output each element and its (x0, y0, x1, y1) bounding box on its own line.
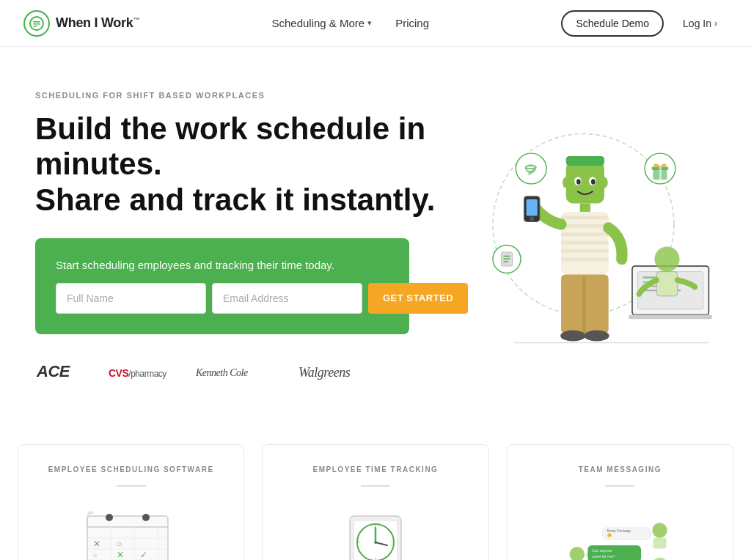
svg-point-21 (576, 179, 581, 185)
nav-pricing[interactable]: Pricing (395, 17, 429, 29)
svg-point-86 (570, 547, 585, 560)
svg-text:✕: ✕ (93, 539, 100, 549)
svg-point-22 (591, 179, 596, 185)
svg-rect-32 (561, 258, 609, 262)
hero-svg (437, 99, 716, 377)
nav-links: Scheduling & More ▾ Pricing (271, 17, 429, 29)
svg-point-23 (563, 177, 570, 188)
feature-divider (117, 485, 146, 487)
svg-text:Can anyone: Can anyone (592, 548, 612, 553)
svg-text:Walgreens: Walgreens (298, 365, 351, 380)
kenneth-cole-logo: Kenneth Cole (196, 361, 269, 385)
feature-card-time-tracking: EMPLOYEE TIME TRACKING (262, 444, 488, 560)
svg-rect-17 (566, 161, 604, 203)
svg-rect-31 (561, 249, 609, 253)
hero-cta-text: Start scheduling employees and tracking … (56, 259, 389, 271)
feature-card-messaging: TEAM MESSAGING Can anyone cover for me? (507, 444, 733, 560)
svg-rect-2 (33, 23, 40, 25)
cvs-logo: CVS/pharmacy (109, 367, 166, 379)
svg-rect-27 (561, 216, 609, 220)
feature-divider-3 (605, 485, 634, 487)
chat-icon: Can anyone cover for me? Sorry I'm busy … (561, 501, 678, 560)
svg-rect-50 (503, 258, 510, 259)
nav-scheduling[interactable]: Scheduling & More ▾ (271, 17, 372, 29)
time-tracking-icon-area (280, 501, 470, 560)
svg-rect-25 (580, 203, 590, 211)
svg-text:😕: 😕 (607, 533, 612, 538)
logo-text: When I Work™ (56, 15, 139, 31)
brand-logos: ACE CVS/pharmacy Kenneth Cole Walgreens (35, 361, 437, 386)
svg-text:✓: ✓ (140, 550, 147, 560)
arrow-icon: › (714, 18, 717, 29)
ace-logo: ACE (35, 361, 79, 386)
svg-rect-49 (503, 256, 510, 257)
feature-card-scheduling: EMPLOYEE SCHEDULING SOFTWARE (18, 444, 244, 560)
svg-text:✕: ✕ (117, 550, 124, 560)
svg-point-35 (530, 216, 534, 221)
messaging-icon-area: Can anyone cover for me? Sorry I'm busy … (525, 501, 715, 560)
login-button[interactable]: Log In › (673, 12, 728, 35)
svg-point-55 (142, 514, 150, 521)
feature-messaging-title: TEAM MESSAGING (579, 465, 662, 474)
svg-rect-51 (503, 261, 508, 262)
svg-text:○: ○ (117, 539, 122, 549)
svg-rect-30 (561, 241, 609, 245)
svg-rect-28 (561, 224, 609, 228)
walgreens-logo: Walgreens (298, 361, 364, 385)
hero-eyebrow: SCHEDULING FOR SHIFT BASED WORKPLACES (35, 91, 437, 100)
svg-rect-89 (653, 538, 666, 549)
nav-actions: Schedule Demo Log In › (561, 10, 728, 37)
svg-text:Kenneth Cole: Kenneth Cole (196, 367, 248, 378)
calendar-icon: ✕ ○ ≡ ✕ ✕ ✓ ≡ ✓ ✓ (73, 501, 190, 560)
logo[interactable]: When I Work™ (23, 10, 139, 37)
svg-rect-3 (33, 26, 37, 27)
hero-form: GET STARTED (56, 283, 389, 314)
svg-text:ACE: ACE (36, 362, 71, 380)
chevron-down-icon: ▾ (367, 18, 372, 28)
navbar: When I Work™ Scheduling & More ▾ Pricing… (0, 0, 751, 47)
svg-rect-18 (566, 156, 604, 166)
svg-rect-16 (656, 272, 678, 296)
feature-divider-2 (361, 485, 390, 487)
svg-point-54 (106, 514, 113, 521)
svg-point-90 (653, 558, 667, 560)
email-input[interactable] (212, 283, 362, 314)
hero-illustration (437, 99, 716, 377)
svg-rect-1 (33, 21, 40, 23)
hero-headline: Build the work schedule in minutes. Shar… (35, 111, 437, 218)
schedule-demo-button[interactable]: Schedule Demo (561, 10, 664, 37)
svg-text:≡: ≡ (93, 551, 98, 559)
svg-point-39 (584, 330, 609, 341)
scheduling-icon-area: ✕ ○ ≡ ✕ ✕ ✓ ≡ ✓ ✓ (36, 501, 226, 560)
clock-icon (317, 501, 434, 560)
hero-section: SCHEDULING FOR SHIFT BASED WORKPLACES Bu… (0, 47, 751, 415)
features-section: EMPLOYEE SCHEDULING SOFTWARE (0, 415, 751, 560)
svg-point-15 (654, 246, 679, 271)
svg-rect-41 (527, 166, 535, 168)
svg-point-38 (560, 330, 585, 341)
svg-text:cover for me?: cover for me? (592, 554, 615, 559)
svg-text:Sorry I'm busy: Sorry I'm busy (607, 528, 631, 533)
feature-time-title: EMPLOYEE TIME TRACKING (313, 465, 439, 474)
hero-left: SCHEDULING FOR SHIFT BASED WORKPLACES Bu… (35, 91, 437, 386)
feature-scheduling-title: EMPLOYEE SCHEDULING SOFTWARE (48, 465, 214, 474)
svg-rect-42 (527, 169, 533, 171)
svg-rect-29 (561, 232, 609, 236)
svg-rect-46 (659, 166, 662, 181)
logo-icon (23, 10, 50, 37)
hero-cta-box: Start scheduling employees and tracking … (35, 238, 409, 334)
svg-point-24 (601, 177, 608, 188)
svg-point-88 (653, 523, 667, 537)
svg-rect-37 (583, 276, 586, 334)
svg-rect-34 (527, 199, 538, 216)
svg-rect-14 (629, 314, 712, 319)
full-name-input[interactable] (56, 283, 206, 314)
